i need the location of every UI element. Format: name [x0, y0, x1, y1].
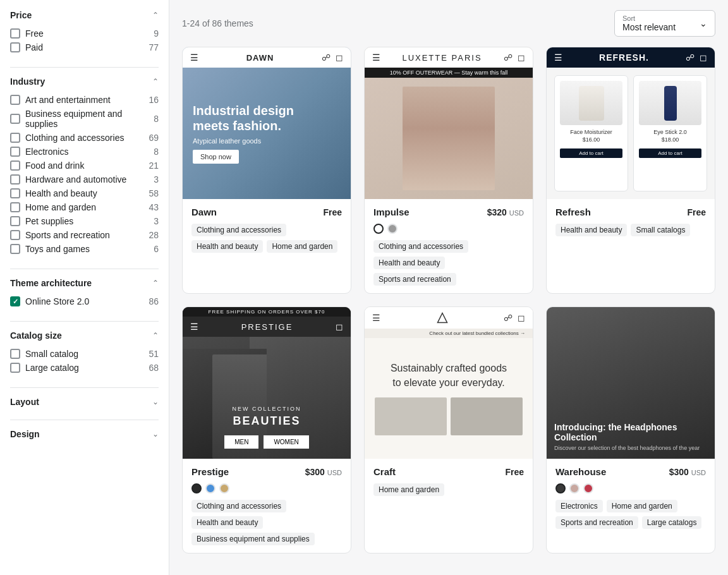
- prestige-menu-icon: ☰: [190, 322, 198, 332]
- prestige-price: $300 USD: [305, 467, 342, 477]
- checkbox-online2[interactable]: [10, 296, 20, 306]
- impulse-info: Impulse $320 USD Clothing and accessorie…: [365, 199, 533, 293]
- tag-sports[interactable]: Sports and recreation: [555, 516, 638, 529]
- refresh-nav: ☰ REFRESH. ☍ ◻: [547, 47, 715, 68]
- swatch-gray[interactable]: [387, 224, 397, 234]
- tag-large-catalogs[interactable]: Large catalogs: [642, 516, 702, 529]
- tag-home[interactable]: Home and garden: [607, 500, 677, 512]
- craft-cart-icon: ◻: [518, 313, 525, 323]
- filter-label-sports: Sports and recreation: [25, 230, 110, 240]
- checkbox-free[interactable]: [10, 28, 20, 39]
- dawn-hero: Industrial designmeets fashion. Atypical…: [183, 68, 351, 199]
- refresh-info: Refresh Free Health and beauty Small cat…: [547, 199, 715, 244]
- checkbox-art[interactable]: [10, 95, 20, 105]
- craft-image-1: [375, 397, 447, 435]
- checkbox-hardware[interactable]: [10, 174, 20, 185]
- tag-clothing[interactable]: Clothing and accessories: [373, 240, 468, 253]
- theme-card-prestige[interactable]: FREE SHIPPING ON ORDERS OVER $70 ☰ PREST…: [182, 306, 351, 554]
- theme-card-impulse[interactable]: ☰ LUXETTE PARIS ☍ ◻ 10% OFF OUTERWEAR — …: [364, 47, 533, 294]
- checkbox-toys[interactable]: [10, 244, 20, 254]
- layout-section-title: Layout: [10, 397, 39, 407]
- prestige-women-button[interactable]: WOMEN: [264, 435, 308, 449]
- filter-count-business: 8: [154, 114, 159, 124]
- prestige-info: Prestige $300 USD Clothing and accessori…: [183, 459, 351, 553]
- industry-section-header[interactable]: Industry ⌃: [10, 76, 159, 87]
- sidebar-section-theme-arch: Theme architecture ⌃ Online Store 2.0 86: [10, 278, 159, 308]
- checkbox-electronics[interactable]: [10, 147, 20, 157]
- checkbox-sports[interactable]: [10, 230, 20, 240]
- catalog-section-header[interactable]: Catalog size ⌃: [10, 330, 159, 341]
- theme-arch-section-header[interactable]: Theme architecture ⌃: [10, 278, 159, 288]
- design-section-title: Design: [10, 429, 40, 439]
- swatch-white[interactable]: [373, 224, 384, 234]
- checkbox-paid[interactable]: [10, 42, 20, 52]
- tag-health[interactable]: Health and beauty: [191, 516, 263, 529]
- swatch-gold[interactable]: [219, 483, 229, 493]
- filter-label-toys: Toys and games: [25, 244, 90, 254]
- tag-health[interactable]: Health and beauty: [191, 240, 263, 253]
- prestige-bag-icon: ◻: [336, 322, 343, 332]
- swatch-red[interactable]: [583, 483, 593, 493]
- tag-health[interactable]: Health and beauty: [373, 257, 445, 269]
- dawn-shop-now-button[interactable]: Shop now: [193, 150, 239, 164]
- layout-section-header[interactable]: Layout ⌄: [10, 397, 159, 407]
- catalog-chevron-icon: ⌃: [152, 331, 159, 340]
- impulse-tags: Clothing and accessories Health and beau…: [373, 240, 524, 286]
- tag-health[interactable]: Health and beauty: [555, 224, 627, 236]
- refresh-name: Refresh: [555, 207, 591, 217]
- tag-business[interactable]: Business equipment and supplies: [191, 533, 315, 545]
- craft-tags: Home and garden: [373, 483, 524, 496]
- theme-preview-warehouse: Free shipping on orders over $80 ☰ Wareh…: [547, 307, 715, 459]
- checkbox-large-cat[interactable]: [10, 363, 20, 373]
- refresh-cart-icon: ◻: [700, 52, 707, 63]
- filter-row-clothing: Clothing and accessories 69: [10, 131, 159, 145]
- theme-preview-dawn: ☰ DAWN ☍ ◻ Industrial designmeets fashio…: [183, 47, 351, 199]
- impulse-nav: ☰ LUXETTE PARIS ☍ ◻: [365, 47, 533, 68]
- price-section-title: Price: [10, 10, 32, 20]
- dawn-menu-icon: ☰: [190, 52, 198, 63]
- dawn-search-icon: ☍: [322, 52, 331, 63]
- tag-home[interactable]: Home and garden: [267, 240, 337, 253]
- prestige-men-button[interactable]: MEN: [224, 435, 258, 449]
- checkbox-food[interactable]: [10, 160, 20, 171]
- tag-clothing[interactable]: Clothing and accessories: [191, 224, 286, 236]
- swatch-rose[interactable]: [569, 483, 579, 493]
- dawn-tags: Clothing and accessories Health and beau…: [191, 224, 342, 253]
- design-chevron-icon: ⌄: [152, 430, 159, 439]
- tag-sports[interactable]: Sports and recreation: [373, 273, 456, 286]
- checkbox-pet[interactable]: [10, 216, 20, 226]
- theme-card-craft[interactable]: ☰ ☍ ◻ Check out our latest bundled colle…: [364, 306, 533, 554]
- sidebar-section-industry: Industry ⌃ Art and entertainment 16 Busi…: [10, 76, 159, 256]
- theme-card-dawn[interactable]: ☰ DAWN ☍ ◻ Industrial designmeets fashio…: [182, 47, 351, 294]
- theme-arch-section-title: Theme architecture: [10, 278, 92, 288]
- design-section-header[interactable]: Design ⌄: [10, 429, 159, 439]
- swatch-dark[interactable]: [555, 483, 566, 493]
- tag-small-catalogs[interactable]: Small catalogs: [631, 224, 690, 236]
- filter-count-free: 9: [154, 28, 159, 39]
- price-section-header[interactable]: Price ⌃: [10, 10, 159, 20]
- checkbox-home[interactable]: [10, 202, 20, 212]
- checkbox-health[interactable]: [10, 188, 20, 198]
- swatch-blue[interactable]: [205, 483, 215, 493]
- refresh-add-btn-1[interactable]: Add to cart: [560, 148, 622, 158]
- filter-row-large-cat: Large catalog 68: [10, 361, 159, 375]
- impulse-menu-icon: ☰: [372, 52, 380, 63]
- checkbox-business[interactable]: [10, 114, 20, 124]
- filter-count-food: 21: [149, 160, 159, 171]
- catalog-section-title: Catalog size: [10, 330, 62, 341]
- tag-clothing[interactable]: Clothing and accessories: [191, 500, 286, 512]
- impulse-model-image: [365, 78, 533, 199]
- tag-home[interactable]: Home and garden: [373, 483, 444, 496]
- refresh-add-btn-2[interactable]: Add to cart: [639, 148, 701, 158]
- dawn-cart-icon: ◻: [336, 52, 343, 63]
- theme-card-warehouse[interactable]: Free shipping on orders over $80 ☰ Wareh…: [546, 306, 715, 554]
- filter-label-clothing: Clothing and accessories: [25, 133, 124, 143]
- swatch-dark[interactable]: [191, 483, 202, 493]
- tag-electronics[interactable]: Electronics: [555, 500, 603, 512]
- filter-row-business: Business equipment and supplies 8: [10, 107, 159, 131]
- sort-dropdown[interactable]: Sort Most relevant ⌄: [614, 10, 715, 37]
- theme-card-refresh[interactable]: ☰ REFRESH. ☍ ◻: [546, 47, 715, 294]
- checkbox-clothing[interactable]: [10, 133, 20, 143]
- checkbox-small-cat[interactable]: [10, 349, 20, 359]
- filter-label-small-cat: Small catalog: [25, 349, 78, 359]
